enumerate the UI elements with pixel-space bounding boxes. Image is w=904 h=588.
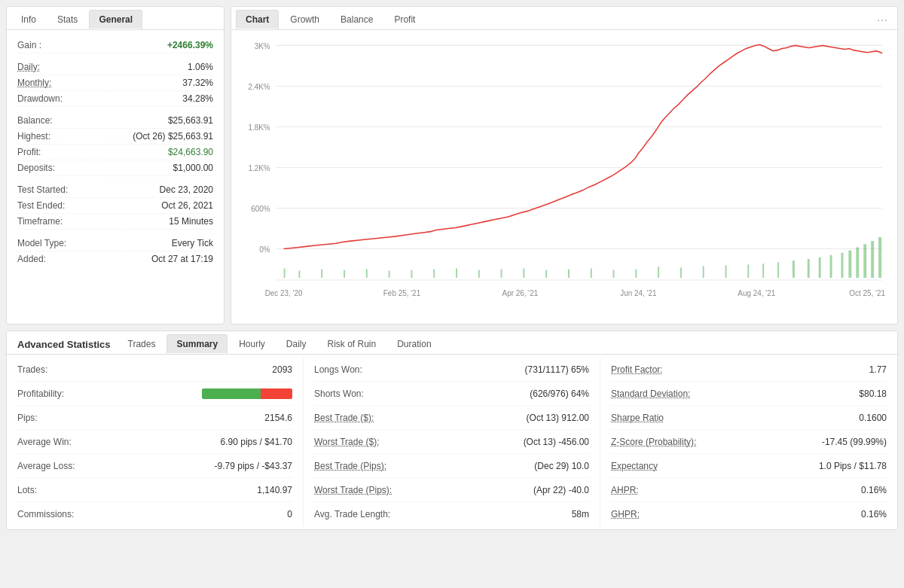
monthly-row: Monthly: 37.32% (17, 75, 213, 91)
drawdown-value: 34.28% (182, 93, 213, 104)
tab-trades[interactable]: Trades (118, 334, 166, 354)
daily-value: 1.06% (188, 62, 213, 72)
svg-rect-22 (344, 270, 345, 278)
tab-profit[interactable]: Profit (384, 10, 425, 29)
added-value: Oct 27 at 17:19 (151, 254, 213, 264)
lots-value: 1,140.97 (257, 485, 292, 495)
worst-trade-dollar-row: Worst Trade ($): (Oct 13) -456.00 (314, 430, 589, 454)
tab-daily[interactable]: Daily (276, 334, 316, 354)
more-options-button[interactable]: ··· (872, 11, 893, 29)
highest-row: Highest: (Oct 26) $25,663.91 (17, 129, 213, 145)
daily-row: Daily: 1.06% (17, 59, 213, 75)
svg-text:1.2K%: 1.2K% (248, 163, 270, 172)
test-ended-value: Oct 26, 2021 (161, 200, 213, 211)
monthly-value: 37.32% (182, 78, 213, 88)
pips-label: Pips: (17, 413, 38, 423)
svg-rect-29 (501, 270, 502, 278)
profit-factor-value: 1.77 (869, 364, 887, 375)
svg-rect-27 (456, 268, 457, 277)
svg-rect-38 (703, 266, 704, 278)
ghpr-value: 0.16% (861, 509, 887, 519)
timeframe-label: Timeframe: (17, 216, 63, 227)
profitability-row: Profitability: (17, 382, 292, 406)
trades-value: 2093 (272, 364, 292, 375)
info-panel: Info Stats General Gain : +2466.39% Dail… (6, 6, 224, 324)
commissions-label: Commissions: (17, 509, 74, 519)
svg-rect-33 (591, 268, 592, 277)
timeframe-row: Timeframe: 15 Minutes (17, 214, 213, 230)
tab-growth[interactable]: Growth (280, 10, 329, 29)
profit-label: Profit: (17, 147, 41, 157)
svg-rect-45 (819, 257, 821, 278)
commissions-row: Commissions: 0 (17, 502, 292, 526)
std-deviation-value: $80.18 (859, 388, 887, 399)
svg-rect-40 (747, 264, 749, 278)
test-started-value: Dec 23, 2020 (160, 184, 213, 195)
tab-info[interactable]: Info (11, 10, 46, 29)
avg-loss-row: Average Loss: -9.79 pips / -$43.37 (17, 454, 292, 478)
profit-red-segment (261, 388, 292, 399)
svg-text:1.8K%: 1.8K% (248, 123, 270, 131)
svg-rect-24 (389, 271, 390, 278)
svg-text:3K%: 3K% (255, 41, 270, 50)
avg-loss-label: Average Loss: (17, 461, 75, 471)
longs-won-value: (731/1117) 65% (525, 364, 589, 375)
zscore-row: Z-Score (Probability): -17.45 (99.99%) (611, 430, 887, 454)
svg-text:Aug 24, '21: Aug 24, '21 (738, 289, 775, 297)
svg-rect-19 (284, 268, 286, 277)
tab-hourly[interactable]: Hourly (229, 334, 275, 354)
best-trade-dollar-value: (Oct 13) 912.00 (527, 413, 589, 423)
svg-rect-25 (411, 270, 412, 278)
commissions-value: 0 (287, 509, 292, 519)
svg-text:Oct 25, '21: Oct 25, '21 (849, 289, 885, 297)
tab-duration[interactable]: Duration (387, 334, 441, 354)
worst-trade-pips-row: Worst Trade (Pips): (Apr 22) -40.0 (314, 478, 589, 502)
zscore-label: Z-Score (Probability): (611, 437, 696, 447)
model-type-label: Model Type: (17, 238, 66, 248)
tab-summary[interactable]: Summary (166, 334, 228, 354)
svg-rect-52 (878, 237, 881, 278)
chart-tab-bar: Chart Growth Balance Profit ··· (231, 7, 897, 30)
adv-tab-bar: Advanced Statistics Trades Summary Hourl… (7, 331, 897, 355)
profit-row: Profit: $24,663.90 (17, 145, 213, 160)
tab-general[interactable]: General (89, 10, 142, 29)
svg-rect-39 (725, 265, 727, 278)
best-trade-dollar-row: Best Trade ($): (Oct 13) 912.00 (314, 406, 589, 430)
best-trade-pips-value: (Dec 29) 10.0 (534, 461, 589, 471)
test-ended-label: Test Ended: (17, 200, 65, 211)
svg-text:0%: 0% (259, 245, 270, 253)
tab-balance[interactable]: Balance (331, 10, 383, 29)
bottom-panel: Advanced Statistics Trades Summary Hourl… (6, 331, 898, 530)
worst-trade-dollar-label: Worst Trade ($): (314, 437, 379, 447)
profit-value: $24,663.90 (168, 147, 213, 157)
tab-stats[interactable]: Stats (47, 10, 87, 29)
chart-panel: Chart Growth Balance Profit ··· .grid-li… (231, 6, 898, 324)
svg-rect-31 (545, 270, 547, 278)
svg-rect-30 (523, 268, 524, 277)
profit-green-segment (202, 388, 261, 399)
highest-value: (Oct 26) $25,663.91 (133, 131, 213, 142)
std-deviation-label: Standard Deviation: (611, 388, 690, 399)
stats-col-3: Profit Factor: 1.77 Standard Deviation: … (600, 358, 897, 526)
svg-text:600%: 600% (251, 204, 270, 212)
worst-trade-dollar-value: (Oct 13) -456.00 (524, 437, 589, 447)
advanced-statistics-label: Advanced Statistics (11, 335, 117, 354)
expectancy-row: Expectancy 1.0 Pips / $11.78 (611, 454, 887, 478)
daily-label: Daily: (17, 62, 40, 72)
tab-risk-of-ruin[interactable]: Risk of Ruin (318, 334, 386, 354)
std-deviation-row: Standard Deviation: $80.18 (611, 382, 887, 406)
longs-won-row: Longs Won: (731/1117) 65% (314, 358, 589, 382)
ghpr-label: GHPR: (611, 509, 640, 519)
svg-rect-28 (478, 270, 480, 278)
ghpr-row: GHPR: 0.16% (611, 502, 887, 526)
test-started-label: Test Started: (17, 184, 68, 195)
longs-won-label: Longs Won: (314, 364, 362, 375)
tab-chart[interactable]: Chart (236, 10, 279, 29)
svg-rect-41 (762, 264, 764, 278)
svg-rect-21 (321, 270, 322, 278)
ahpr-label: AHPR: (611, 485, 639, 495)
svg-text:Apr 26, '21: Apr 26, '21 (502, 289, 539, 297)
svg-rect-44 (808, 259, 810, 278)
sharpe-ratio-row: Sharpe Ratio 0.1600 (611, 406, 887, 430)
pips-row: Pips: 2154.6 (17, 406, 292, 430)
